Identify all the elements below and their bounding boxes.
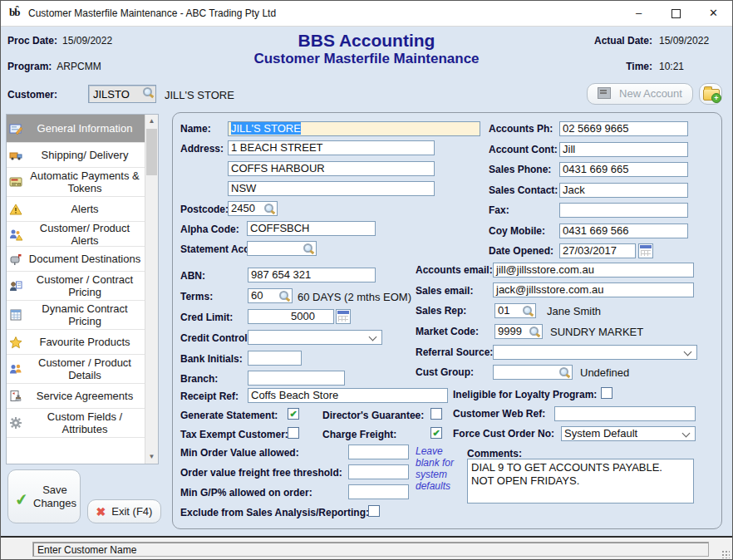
scroll-up-icon[interactable]: ▲: [145, 115, 158, 128]
receipt-ref-input[interactable]: Coffs Beach Store: [248, 388, 448, 403]
ineligible-loyalty-checkbox[interactable]: [601, 387, 612, 399]
minimize-button[interactable]: –: [620, 1, 657, 26]
sidebar-item-shipping-delivery[interactable]: Shipping/ Delivery: [7, 143, 146, 168]
directors-guarantee-label: Director's Guarantee:: [322, 410, 424, 421]
min-gp-label: Min G/P% allowed on order:: [180, 487, 312, 499]
title-bar: bb Customer Masterfile Maintenance - ABC…: [1, 1, 732, 27]
terms-search-icon[interactable]: [277, 290, 291, 302]
credit-control-select[interactable]: [248, 330, 382, 345]
name-label: Name:: [180, 123, 211, 135]
terms-input[interactable]: 60: [248, 288, 293, 303]
account-cont-input[interactable]: Jill: [559, 142, 688, 157]
sidebar-item-customer-product-details[interactable]: Customer / Product Details: [7, 355, 146, 384]
calendar-icon[interactable]: [638, 243, 653, 258]
freight-free-threshold-input[interactable]: [348, 464, 409, 479]
sidebar-item-alerts[interactable]: Alerts: [7, 197, 146, 222]
sidebar-item-automatic-payments[interactable]: Automatic Payments & Tokens: [7, 168, 146, 197]
sales-contact-input[interactable]: Jack: [559, 183, 688, 198]
maximize-button[interactable]: [657, 1, 695, 26]
tax-exempt-checkbox[interactable]: [288, 427, 299, 439]
address-line3-input[interactable]: NSW: [228, 181, 435, 196]
statement-acc-search-icon[interactable]: [301, 243, 315, 254]
sidebar-item-label: Automatic Payments & Tokens: [25, 169, 145, 194]
referral-source-label: Referral Source:: [416, 346, 493, 358]
market-code-search-icon[interactable]: [527, 326, 541, 337]
address-line2-input[interactable]: COFFS HARBOUR: [228, 161, 435, 176]
customer-web-ref-label: Customer Web Ref:: [453, 408, 545, 420]
alpha-code-input[interactable]: COFFSBCH: [247, 221, 376, 236]
accounts-email-input[interactable]: jill@jillsstore.com.au: [493, 263, 694, 278]
cust-group-input[interactable]: [493, 365, 573, 380]
fax-input[interactable]: [559, 203, 688, 218]
abn-input[interactable]: 987 654 321: [248, 268, 376, 282]
sidebar-item-document-destinations[interactable]: Document Destinations: [7, 247, 146, 272]
sales-email-input[interactable]: jack@jillsstore.com.au: [493, 282, 694, 297]
cred-limit-input[interactable]: 5000: [248, 309, 334, 324]
sidebar-item-service-agreements[interactable]: Service Agreements: [7, 384, 146, 409]
charge-freight-label: Charge Freight:: [322, 429, 396, 440]
branch-label: Branch:: [180, 373, 218, 385]
comments-textarea[interactable]: DIAL 9 TO GET ACCOUNTS PAYABLE. NOT OPEN…: [467, 459, 694, 504]
scroll-down-icon[interactable]: ▼: [145, 450, 158, 464]
save-changes-button[interactable]: ✔ Save Changes: [7, 469, 81, 523]
sidebar-item-label: Customer / Contract Pricing: [25, 273, 145, 298]
charge-freight-checkbox[interactable]: ✔: [430, 427, 442, 439]
close-x-icon: ✖: [96, 505, 106, 518]
sidebar-item-general-information[interactable]: General Information: [7, 115, 146, 143]
sales-phone-input[interactable]: 0431 669 665: [559, 162, 688, 177]
close-button[interactable]: ✕: [695, 1, 732, 26]
calculator-icon[interactable]: [336, 309, 351, 324]
customer-web-ref-input[interactable]: [554, 406, 696, 421]
resize-grip[interactable]: [721, 550, 730, 558]
sales-rep-input[interactable]: 01: [494, 303, 536, 318]
actual-date-value: 15/09/2022: [659, 35, 716, 47]
market-code-name: SUNDRY MARKET: [550, 326, 643, 338]
sales-rep-search-icon[interactable]: [520, 305, 534, 317]
sidebar-item-customer-product-alerts[interactable]: Customer/ Product Alerts: [7, 222, 146, 247]
postcode-search-icon[interactable]: [262, 203, 276, 214]
address-label: Address:: [180, 143, 224, 155]
sidebar-item-custom-fields[interactable]: Custom Fields / Attributes: [7, 409, 146, 438]
min-order-value-input[interactable]: [348, 445, 409, 459]
alpha-code-label: Alpha Code:: [180, 224, 239, 235]
bank-initials-input[interactable]: [248, 351, 302, 366]
force-cust-order-select[interactable]: System Default: [561, 426, 696, 441]
sidebar-item-dynamic-contract-pricing[interactable]: Dynamic Contract Pricing: [7, 301, 146, 330]
customer-search-icon[interactable]: [140, 86, 155, 98]
statement-acc-input[interactable]: [247, 241, 317, 256]
warning-triangle-icon: [9, 203, 22, 216]
accounts-ph-label: Accounts Ph:: [489, 123, 553, 135]
address-line1-input[interactable]: 1 BEACH STREET: [228, 140, 435, 155]
min-gp-input[interactable]: [348, 484, 409, 499]
credit-card-icon: [9, 175, 22, 189]
sales-email-label: Sales email:: [416, 285, 473, 297]
folder-add-icon: [703, 89, 720, 101]
customer-name-text: JILL'S STORE: [165, 89, 234, 101]
market-code-input[interactable]: 9999: [494, 324, 543, 339]
sidebar-list: General Information Shipping/ Delivery A…: [7, 115, 146, 438]
document-stamp-icon: [9, 390, 22, 403]
sidebar: General Information Shipping/ Delivery A…: [6, 114, 159, 464]
referral-source-select[interactable]: [493, 345, 697, 360]
exit-button[interactable]: ✖Exit (F4): [87, 499, 161, 523]
abn-label: ABN:: [180, 270, 205, 282]
coy-mobile-input[interactable]: 0431 669 566: [559, 224, 688, 238]
cust-group-search-icon[interactable]: [557, 366, 571, 378]
new-account-button[interactable]: New Account: [587, 83, 693, 105]
sidebar-item-label: Custom Fields / Attributes: [25, 410, 145, 435]
postcode-input[interactable]: 2450: [228, 201, 278, 216]
sidebar-item-label: Favourite Products: [39, 336, 130, 348]
sidebar-item-favourite-products[interactable]: Favourite Products: [7, 330, 146, 355]
directors-guarantee-checkbox[interactable]: [430, 408, 442, 420]
sidebar-item-customer-contract-pricing[interactable]: Customer / Contract Pricing: [7, 272, 146, 301]
sidebar-scrollbar[interactable]: ▲ ▼: [145, 115, 158, 464]
branch-input[interactable]: [248, 371, 345, 386]
date-opened-input[interactable]: 27/03/2017: [559, 243, 636, 258]
name-input[interactable]: JILL'S STORE: [228, 121, 480, 136]
customer-code-input[interactable]: JILSTO: [88, 85, 156, 103]
scrollbar-thumb[interactable]: [146, 129, 157, 175]
open-account-folder-button[interactable]: [699, 83, 722, 105]
exclude-sales-analysis-checkbox[interactable]: [368, 505, 380, 517]
accounts-ph-input[interactable]: 02 5669 9665: [559, 121, 688, 136]
generate-statement-checkbox[interactable]: ✔: [288, 408, 299, 420]
